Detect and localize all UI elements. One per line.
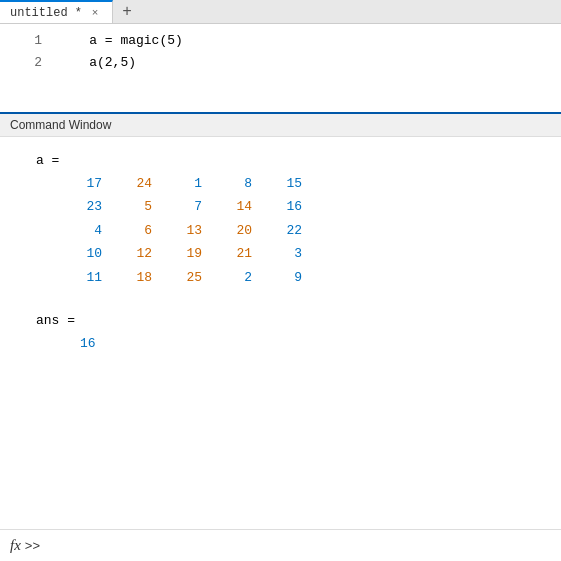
cell-1-4: 8: [210, 172, 260, 195]
matrix-row-1: 17 24 1 8 15: [60, 172, 561, 195]
editor-tab[interactable]: untitled * ×: [0, 0, 113, 23]
editor-area: 1 2 a = magic(5) a(2,5): [0, 24, 561, 114]
cell-2-3: 7: [160, 195, 210, 218]
matrix-row-4: 10 12 19 21 3: [60, 242, 561, 265]
cell-3-4: 20: [210, 219, 260, 242]
cell-2-1: 23: [60, 195, 110, 218]
a-output-section: a = 17 24 1 8 15 23 5 7 14 16 4 6: [0, 147, 561, 295]
cell-3-3: 13: [160, 219, 210, 242]
cell-5-2: 18: [110, 266, 160, 289]
cell-4-3: 19: [160, 242, 210, 265]
matrix-output: 17 24 1 8 15 23 5 7 14 16 4 6 13 20 22: [0, 172, 561, 289]
ans-value: 16: [0, 332, 561, 355]
cell-1-5: 15: [260, 172, 310, 195]
tab-label: untitled *: [10, 6, 82, 20]
cell-5-4: 2: [210, 266, 260, 289]
command-window-body: a = 17 24 1 8 15 23 5 7 14 16 4 6: [0, 137, 561, 527]
cell-5-3: 25: [160, 266, 210, 289]
cell-5-1: 11: [60, 266, 110, 289]
matrix-row-3: 4 6 13 20 22: [60, 219, 561, 242]
cell-2-5: 16: [260, 195, 310, 218]
cell-1-2: 24: [110, 172, 160, 195]
prompt-chevron: >>: [25, 538, 40, 553]
tab-close-button[interactable]: ×: [88, 6, 102, 20]
code-line-2: a(2,5): [58, 52, 183, 74]
matrix-row-5: 11 18 25 2 9: [60, 266, 561, 289]
tab-bar: untitled * × +: [0, 0, 561, 24]
new-tab-button[interactable]: +: [113, 0, 141, 23]
command-window-title: Command Window: [10, 118, 111, 132]
cell-5-5: 9: [260, 266, 310, 289]
command-window-header: Command Window: [0, 114, 561, 137]
line-number-1: 1: [8, 30, 42, 52]
cell-3-5: 22: [260, 219, 310, 242]
cell-4-1: 10: [60, 242, 110, 265]
cell-4-4: 21: [210, 242, 260, 265]
ans-output-section: ans = 16: [0, 307, 561, 361]
prompt-bar[interactable]: fx >>: [0, 529, 561, 561]
cell-4-5: 3: [260, 242, 310, 265]
cell-3-1: 4: [60, 219, 110, 242]
cell-2-4: 14: [210, 195, 260, 218]
line-number-2: 2: [8, 52, 42, 74]
line-numbers: 1 2: [0, 24, 50, 112]
cell-2-2: 5: [110, 195, 160, 218]
cell-1-3: 1: [160, 172, 210, 195]
a-label: a =: [0, 147, 561, 172]
code-line-1: a = magic(5): [58, 30, 183, 52]
code-content[interactable]: a = magic(5) a(2,5): [50, 24, 191, 112]
matrix-row-2: 23 5 7 14 16: [60, 195, 561, 218]
fx-label: fx: [10, 537, 21, 554]
ans-label: ans =: [0, 307, 561, 332]
cell-4-2: 12: [110, 242, 160, 265]
cell-1-1: 17: [60, 172, 110, 195]
cell-3-2: 6: [110, 219, 160, 242]
